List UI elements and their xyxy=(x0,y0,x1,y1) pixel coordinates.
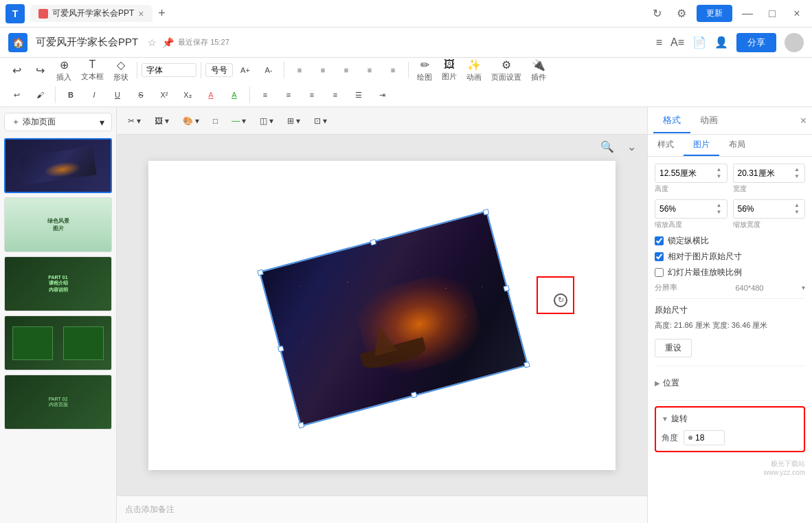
zoom-icon[interactable]: ⌄ xyxy=(627,140,636,153)
lock-ratio-checkbox[interactable] xyxy=(655,236,664,245)
slide-thumb-1[interactable] xyxy=(4,138,112,193)
paint-btn[interactable]: 🖌 xyxy=(29,89,51,100)
note-area[interactable]: 点击添加备注 xyxy=(117,496,647,523)
redo-btn[interactable]: ↪ xyxy=(29,63,51,78)
bold-btn[interactable]: B xyxy=(60,89,82,100)
location-section[interactable]: ▶ 位置 xyxy=(655,372,805,394)
share-btn[interactable]: 分享 xyxy=(736,33,776,52)
indent-btn[interactable]: ⇥ xyxy=(371,89,393,101)
width-up[interactable]: ▲ xyxy=(793,166,800,173)
draw-btn[interactable]: ✏ 绘图 xyxy=(413,57,436,84)
slide-thumb-4[interactable] xyxy=(4,315,112,370)
underline-btn[interactable]: U xyxy=(106,89,128,100)
tab-close-btn[interactable]: × xyxy=(138,8,144,19)
height-value[interactable]: 12.55厘米 ▲ ▼ xyxy=(655,164,728,183)
slide-item-5[interactable]: 5 PART 02内容页面 xyxy=(4,375,112,430)
page-settings-btn[interactable]: ⚙ 页面设置 xyxy=(487,57,526,84)
align-center-btn[interactable]: ≡ xyxy=(278,89,300,100)
line-height-btn[interactable]: ☰ xyxy=(348,89,370,101)
arrange-tool-btn[interactable]: ⊞▾ xyxy=(282,114,306,128)
slide-thumb-5[interactable]: PART 02内容页面 xyxy=(4,375,112,430)
star-icon[interactable]: ☆ xyxy=(146,36,158,49)
list4-btn[interactable]: ≡ xyxy=(359,65,381,76)
image-btn[interactable]: 🖼 图片 xyxy=(438,57,461,83)
undo-btn[interactable]: ↩ xyxy=(5,63,27,78)
minimize-btn[interactable]: — xyxy=(738,4,757,23)
font-size-input[interactable] xyxy=(205,63,233,77)
slide-thumb-2[interactable]: 绿色风景图片 xyxy=(4,197,112,252)
more-tool-btn[interactable]: ⊡▾ xyxy=(308,114,332,128)
height-up[interactable]: ▲ xyxy=(716,166,723,173)
slide-item-3[interactable]: 3 PART 01课程介绍内容说明 xyxy=(4,256,112,311)
shadow-tool-btn[interactable]: ◫▾ xyxy=(254,114,279,128)
font-smaller-btn[interactable]: A- xyxy=(258,65,280,76)
font-bigger-btn[interactable]: A+ xyxy=(234,65,256,76)
align-justify-btn[interactable]: ≡ xyxy=(324,89,346,100)
insert-btn[interactable]: ⊕ 插入 xyxy=(52,57,76,84)
search-icon[interactable]: 🔍 xyxy=(600,140,614,153)
align-right-btn[interactable]: ≡ xyxy=(301,89,323,100)
scale-width-value[interactable]: 56% ▲ ▼ xyxy=(733,199,806,219)
active-tab[interactable]: 可爱风开学家长会PPT × xyxy=(30,5,153,22)
list2-btn[interactable]: ≡ xyxy=(312,65,334,76)
superscript-btn[interactable]: X² xyxy=(153,89,175,100)
scale-width-up[interactable]: ▲ xyxy=(793,202,800,209)
scale-height-value[interactable]: 56% ▲ ▼ xyxy=(655,199,728,219)
subscript-btn[interactable]: X₂ xyxy=(177,89,199,101)
slide-item-4[interactable]: 4 xyxy=(4,315,112,370)
border-tool-btn[interactable]: □ xyxy=(207,114,223,128)
list5-btn[interactable]: ≡ xyxy=(382,65,404,76)
plugin-btn[interactable]: 🔌 插件 xyxy=(527,57,550,84)
add-page-btn[interactable]: ＋ 添加页面 ▾ xyxy=(4,113,112,131)
crop-tool-btn[interactable]: ✂▾ xyxy=(122,114,146,128)
color-tool-btn[interactable]: —▾ xyxy=(226,114,251,128)
scale-height-up[interactable]: ▲ xyxy=(716,202,723,209)
image-element[interactable] xyxy=(277,239,510,397)
list1-btn[interactable]: ≡ xyxy=(289,65,311,76)
filter-tool-btn[interactable]: 🎨▾ xyxy=(177,114,205,128)
width-value[interactable]: 20.31厘米 ▲ ▼ xyxy=(733,164,806,183)
home-btn[interactable]: 🏠 xyxy=(8,33,27,52)
strikethrough-btn[interactable]: S xyxy=(130,89,152,100)
relative-size-checkbox[interactable] xyxy=(655,252,664,261)
update-btn[interactable]: 更新 xyxy=(697,5,732,22)
list3-btn[interactable]: ≡ xyxy=(335,65,357,76)
panel-close-btn[interactable]: × xyxy=(800,115,807,127)
subtab-style[interactable]: 样式 xyxy=(648,135,684,156)
align-left-btn[interactable]: ≡ xyxy=(254,89,276,100)
new-tab-btn[interactable]: + xyxy=(153,4,172,23)
refresh-btn[interactable]: ↻ xyxy=(647,4,666,23)
menu-icon[interactable]: ≡ xyxy=(656,36,662,49)
font-selector[interactable] xyxy=(142,63,196,77)
tab-animation[interactable]: 动画 xyxy=(690,109,728,133)
scale-width-down[interactable]: ▼ xyxy=(793,209,800,216)
italic-btn[interactable]: I xyxy=(83,89,105,100)
image-tool-btn[interactable]: 🖼▾ xyxy=(149,114,174,128)
pin-icon[interactable]: 📌 xyxy=(161,36,175,49)
slide-item-2[interactable]: 2 绿色风景图片 xyxy=(4,197,112,252)
back-btn[interactable]: ↩ xyxy=(5,89,27,101)
rotate-handle[interactable]: ↻ xyxy=(554,293,567,307)
angle-input[interactable]: 18 xyxy=(684,430,725,445)
tab-format[interactable]: 格式 xyxy=(653,109,690,133)
textbox-btn[interactable]: T 文本框 xyxy=(77,57,108,83)
shape-btn[interactable]: ◇ 形状 xyxy=(109,57,133,84)
maximize-btn[interactable]: □ xyxy=(763,4,782,23)
slide-item-1[interactable]: 1 xyxy=(4,138,112,193)
scale-height-down[interactable]: ▼ xyxy=(716,209,723,216)
subtab-image[interactable]: 图片 xyxy=(684,135,719,156)
best-fit-checkbox[interactable] xyxy=(655,268,664,277)
text-format-icon[interactable]: A≡ xyxy=(670,36,684,49)
user-avatar[interactable] xyxy=(785,33,804,52)
settings-btn[interactable]: ⚙ xyxy=(672,4,691,23)
highlight-btn[interactable]: A xyxy=(200,89,222,100)
add-person-icon[interactable]: 👤 xyxy=(714,36,728,49)
slide-thumb-3[interactable]: PART 01课程介绍内容说明 xyxy=(4,256,112,311)
font-color-btn[interactable]: A xyxy=(223,89,245,100)
height-down[interactable]: ▼ xyxy=(716,173,723,180)
reset-btn[interactable]: 重设 xyxy=(655,339,692,357)
anim-btn[interactable]: ✨ 动画 xyxy=(462,57,486,84)
close-btn[interactable]: × xyxy=(787,4,807,23)
width-down[interactable]: ▼ xyxy=(793,173,800,180)
doc-icon[interactable]: 📄 xyxy=(692,36,706,49)
